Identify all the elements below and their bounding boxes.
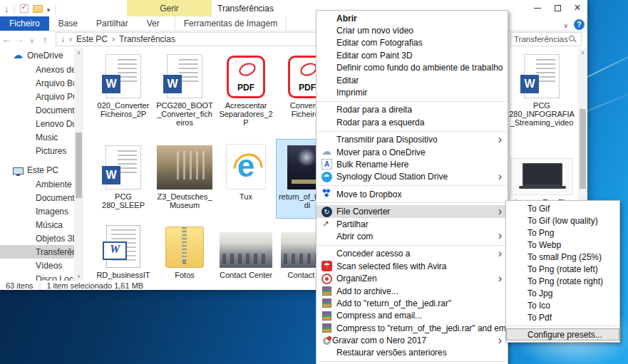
sidebar-item[interactable]: Pictures [0,144,74,157]
sidebar-item[interactable]: Documentos [0,103,74,117]
file-tile[interactable]: Z3_Deutsches_Museum [154,140,215,218]
breadcrumb-este-pc[interactable]: Este PC [76,34,108,44]
sidebar-item[interactable]: Objetos 3D [0,232,74,245]
ribbon-tab[interactable]: Base [49,16,87,31]
context-menu-item[interactable]: OrganiZen [316,272,508,284]
sidebar-item[interactable]: Disco Local (C:) [0,272,74,281]
context-menu-item[interactable]: Bulk Rename Here [316,158,508,170]
new-folder-icon[interactable] [33,5,43,13]
submenu-item[interactable]: To Gif [506,202,619,214]
up-button[interactable] [38,34,51,45]
context-menu-item[interactable]: Synology Cloud Station Drive [316,171,508,183]
context-menu-item[interactable]: Criar um novo vídeo [316,24,508,36]
context-menu-item[interactable]: File Converter [316,205,508,217]
sidebar-item[interactable]: Música [0,218,74,232]
sidebar-scrollbar[interactable] [74,48,83,281]
recent-locations-chevron-icon[interactable] [26,34,38,45]
scrollbar-thumb[interactable] [580,109,586,189]
search-icon[interactable] [568,35,577,43]
sidebar-item[interactable]: Vídeos [0,259,74,272]
file-tile[interactable]: Laptop_TeraFla [508,145,576,207]
scroll-down-icon[interactable] [74,272,83,281]
file-tile[interactable]: PCG280_BOOT_Converter_ficheiros [154,48,215,140]
search-input[interactable] [511,35,568,43]
scrollbar-thumb[interactable] [76,132,82,198]
sidebar-item[interactable]: Music [0,130,74,144]
context-menu-item[interactable]: Add to archive... [316,285,508,297]
context-menu-item[interactable]: Abrir com [316,230,508,242]
sidebar-item[interactable]: Lenovo Ducati P [0,117,74,130]
sidebar-item[interactable]: Arquivo Busines [0,76,74,90]
file-tile[interactable]: Acrescentar Separadores_2P [215,48,277,140]
context-menu-item[interactable]: Rodar para a direita [316,104,508,116]
context-menu-item[interactable]: Imprimir [316,86,508,98]
file-tile[interactable]: RD_businessIT 23_TEMA DE [93,218,154,289]
sidebar-item[interactable]: Imagens [0,204,74,218]
sidebar-group-este-pc: Este PC Ambiente de tra Documentos Image… [0,163,74,281]
context-menu-item[interactable]: Add to "return_of_the_jedi.rar" [316,297,508,309]
sidebar-item[interactable]: Transferências [0,245,74,259]
context-menu-item[interactable]: Compress to "return_of_the_jedi.rar" and… [316,322,508,334]
context-menu-item[interactable]: Mover para o OneDrive [316,146,508,158]
submenu-item[interactable]: To small Png (25%) [506,251,619,263]
file-tile[interactable]: PCG 280_SLEEP [93,140,154,218]
menu-separator [317,101,507,102]
submenu-item[interactable]: To Pdf [506,311,619,323]
submenu-item[interactable]: To Ico [506,299,619,311]
context-menu-item[interactable]: Editar com Fotografias [316,37,508,49]
forward-button[interactable] [13,34,26,45]
context-menu-item[interactable]: Rodar para a esquerda [316,116,508,128]
ribbon-expand-chevron-icon[interactable] [563,18,568,31]
context-menu-item[interactable]: Conceder acesso a [316,248,508,260]
context-menu-item[interactable]: Move to Dropbox [316,188,508,200]
help-icon[interactable]: ? [574,19,585,30]
sidebar-item[interactable]: Arquivo PCGuia [0,90,74,103]
breadcrumb-transferencias[interactable]: Transferências [119,34,175,44]
context-menu-item[interactable]: Scan selected files with Avira [316,260,508,272]
file-tile[interactable]: Tux [215,140,277,218]
sidebar-item-onedrive[interactable]: OneDrive [0,48,74,63]
submenu-item-label: Configure presets... [527,330,602,340]
sidebar-item-este-pc[interactable]: Este PC [0,163,74,177]
submenu-item[interactable]: To Png (rotate left) [506,263,619,275]
context-menu-item[interactable]: Compress and email... [316,310,508,322]
context-menu-item[interactable]: Partilhar [316,218,508,230]
submenu-item[interactable]: To Jpg [506,287,619,299]
file-tile[interactable]: 020_Converter Ficheiros_2P [93,48,154,140]
context-menu-item[interactable]: Abrir [316,12,508,24]
file-list: 020_Converter Ficheiros_2P PCG280_BOOT_C… [93,48,338,289]
sidebar-item[interactable]: Ambiente de tra [0,177,74,191]
submenu-item[interactable]: To Png [506,227,619,239]
close-button[interactable] [567,0,587,16]
context-menu-item[interactable]: Editar com Paint 3D [316,49,508,61]
sidebar-item[interactable]: Anexos de email [0,63,74,76]
context-menu-item[interactable]: Restaurar versões anteriores [316,347,508,359]
back-button[interactable] [0,34,13,45]
file-tile[interactable]: PCG 280_INFOGRAFIA_Streaming_video [508,48,576,127]
window-controls [527,0,587,16]
properties-check-icon[interactable] [20,4,29,13]
file-tile[interactable]: Contact Center 1 [215,218,277,289]
customize-toolbar-caret-icon[interactable] [47,2,51,15]
context-menu-item[interactable]: Gravar com o Nero 2017 [316,334,508,346]
menu-item-icon [321,172,332,182]
submenu-item[interactable]: To Png (rotate right) [506,275,619,287]
context-menu-item[interactable]: Transmitir para Dispositivo [316,134,508,146]
scroll-up-icon[interactable] [74,48,83,57]
ribbon-tab[interactable]: Ver [138,16,169,31]
context-menu-item[interactable]: Definir como fundo do ambiente de trabal… [316,62,508,74]
ribbon-tab[interactable]: Ficheiro [0,16,49,31]
submenu-item[interactable]: To Gif (low quality) [506,214,619,227]
sidebar-item[interactable]: Documentos [0,191,74,204]
submenu-item[interactable]: Configure presets... [506,328,619,340]
file-tile[interactable]: Fotos [154,218,215,289]
tab-ferramentas-de-imagem[interactable]: Ferramentas de Imagem [175,16,287,31]
ribbon-tab[interactable]: Partilhar [87,16,138,31]
context-menu-item[interactable]: Editar [316,74,508,86]
contextual-tab-group[interactable]: Gerir [127,0,212,16]
submenu-item[interactable]: To Webp [506,239,619,251]
maximize-button[interactable] [547,0,567,16]
minimize-button[interactable] [527,0,547,16]
scroll-up-icon[interactable] [578,48,587,57]
sidebar-item-label: Arquivo Busines [36,78,74,88]
